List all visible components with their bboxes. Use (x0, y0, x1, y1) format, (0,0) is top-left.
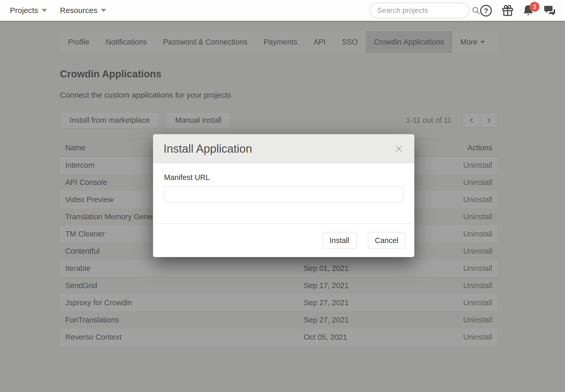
nav-projects-menu[interactable]: Projects (10, 0, 47, 21)
whats-new-button[interactable] (501, 4, 514, 17)
install-application-modal: Install Application Manifest URL Install… (153, 134, 414, 257)
nav-resources-menu[interactable]: Resources (60, 0, 106, 21)
help-icon: ? (479, 4, 493, 17)
gift-icon (501, 4, 514, 17)
search-icon (471, 6, 480, 15)
svg-text:?: ? (484, 7, 488, 15)
chevron-down-icon (42, 9, 47, 12)
help-button[interactable]: ? (479, 4, 493, 17)
chat-icon (543, 4, 556, 17)
modal-footer: Install Cancel (153, 223, 414, 257)
cancel-button[interactable]: Cancel (368, 232, 405, 249)
search-box (369, 3, 470, 18)
notification-count-badge: 3 (530, 2, 539, 12)
top-nav: Projects Resources ? 3 (0, 0, 565, 21)
close-icon (394, 144, 404, 154)
chevron-down-icon (101, 9, 106, 12)
search-input[interactable] (377, 6, 471, 15)
messages-button[interactable] (543, 4, 556, 17)
modal-body: Manifest URL (153, 163, 414, 223)
notification-count: 3 (533, 3, 536, 10)
manifest-url-label: Manifest URL (164, 173, 403, 182)
modal-header: Install Application (153, 134, 414, 163)
nav-projects-label: Projects (10, 6, 38, 15)
manifest-url-input[interactable] (164, 186, 403, 203)
install-button[interactable]: Install (323, 232, 356, 249)
nav-resources-label: Resources (60, 6, 97, 15)
close-button[interactable] (394, 144, 404, 154)
modal-title: Install Application (163, 142, 252, 155)
